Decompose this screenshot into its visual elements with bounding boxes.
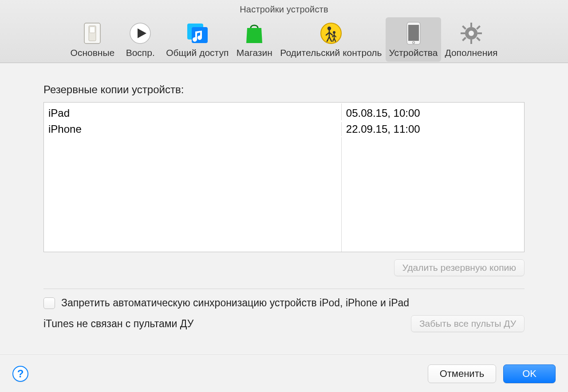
- preferences-toolbar: Настройки устройств Основные Воспр.: [0, 0, 568, 63]
- gear-icon: [457, 20, 485, 47]
- tab-playback[interactable]: Воспр.: [118, 17, 162, 62]
- backup-row[interactable]: iPhone 22.09.15, 11:00: [44, 121, 524, 137]
- device-backups-list[interactable]: iPad 05.08.15, 10:00 iPhone 22.09.15, 11…: [43, 102, 525, 252]
- help-icon: ?: [17, 368, 24, 380]
- remotes-status-label: iTunes не связан с пультами ДУ: [43, 318, 193, 330]
- delete-backup-button[interactable]: Удалить резервную копию: [394, 259, 525, 276]
- tab-label: Устройства: [389, 48, 438, 58]
- tab-devices[interactable]: Устройства: [386, 17, 442, 62]
- tab-label: Общий доступ: [166, 48, 229, 58]
- tab-label: Дополнения: [445, 48, 497, 58]
- iphone-icon: [399, 20, 428, 47]
- help-button[interactable]: ?: [12, 366, 28, 382]
- forget-remotes-button[interactable]: Забыть все пульты ДУ: [411, 315, 525, 332]
- window-title: Настройки устройств: [0, 3, 568, 17]
- play-icon: [126, 20, 154, 47]
- svg-rect-18: [462, 25, 466, 30]
- divider: [43, 289, 525, 289]
- backup-name: iPhone: [44, 122, 342, 136]
- backup-date: 05.08.15, 10:00: [342, 103, 524, 120]
- tab-strip: Основные Воспр. Общий доступ: [0, 17, 568, 62]
- tab-parental[interactable]: Родительский контроль: [276, 17, 385, 62]
- music-stack-icon: [183, 20, 212, 47]
- svg-rect-21: [462, 37, 466, 41]
- svg-rect-11: [408, 25, 419, 41]
- svg-rect-17: [477, 32, 482, 34]
- prevent-sync-label: Запретить автоматическую синхронизацию у…: [61, 297, 409, 309]
- tab-general[interactable]: Основные: [67, 17, 118, 62]
- tab-label: Основные: [71, 48, 115, 58]
- prevent-sync-checkbox[interactable]: [43, 297, 55, 309]
- svg-rect-2: [90, 27, 95, 33]
- prevent-sync-row: Запретить автоматическую синхронизацию у…: [43, 297, 525, 309]
- shopping-bag-icon: [240, 20, 268, 47]
- bottom-bar: ? Отменить OK: [0, 355, 568, 392]
- tab-sharing[interactable]: Общий доступ: [162, 17, 232, 62]
- tab-store[interactable]: Магазин: [232, 17, 276, 62]
- cancel-button[interactable]: Отменить: [428, 364, 497, 383]
- tab-advanced[interactable]: Дополнения: [441, 17, 501, 62]
- svg-rect-19: [476, 37, 481, 41]
- backups-label: Резервные копии устройств:: [43, 83, 525, 96]
- backup-date: 22.09.15, 11:00: [342, 122, 524, 136]
- svg-rect-20: [476, 25, 481, 30]
- tab-label: Воспр.: [126, 48, 155, 58]
- svg-rect-15: [470, 40, 472, 44]
- backup-row[interactable]: iPad 05.08.15, 10:00: [44, 103, 524, 121]
- svg-rect-16: [461, 32, 465, 34]
- ok-button[interactable]: OK: [503, 364, 556, 383]
- svg-rect-14: [470, 23, 472, 27]
- content-area: Резервные копии устройств: iPad 05.08.15…: [0, 63, 568, 332]
- switch-icon: [78, 20, 106, 47]
- svg-point-22: [469, 31, 474, 36]
- parental-icon: [317, 20, 345, 47]
- tab-label: Родительский контроль: [280, 48, 382, 58]
- tab-label: Магазин: [237, 48, 272, 58]
- backup-name: iPad: [44, 103, 342, 120]
